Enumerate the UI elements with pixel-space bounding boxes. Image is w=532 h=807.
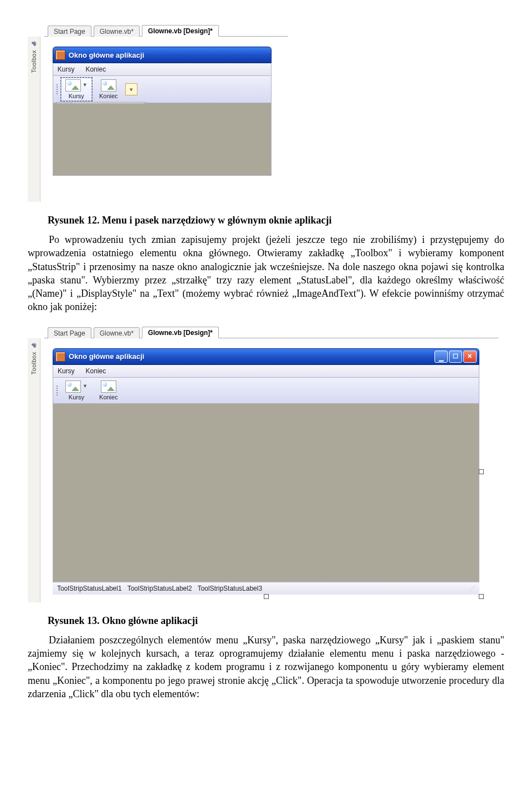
- minimize-button[interactable]: ▁: [434, 351, 448, 363]
- close-icon: ✕: [467, 353, 472, 360]
- tool-btn-kursy[interactable]: ▼ Kursy: [61, 78, 92, 101]
- menu-item-kursy[interactable]: Kursy: [58, 65, 75, 73]
- toolbox-label: Toolbox: [30, 50, 37, 73]
- resize-handle-right[interactable]: [479, 469, 484, 474]
- tab-start-page[interactable]: Start Page: [48, 327, 91, 338]
- maximize-button[interactable]: ☐: [449, 351, 462, 363]
- toolbox-icon: [30, 40, 38, 48]
- toolbox-sidebar[interactable]: Toolbox: [28, 338, 40, 602]
- tool-btn-koniec[interactable]: Koniec: [93, 78, 124, 101]
- status-label-1[interactable]: ToolStripStatusLabel1: [57, 585, 122, 592]
- tab-source[interactable]: Glowne.vb*: [94, 26, 140, 37]
- size-grip-icon[interactable]: ⋰: [469, 585, 475, 591]
- form-window: Okno główne aplikacji Kursy Koniec ▼ Kur…: [53, 47, 272, 176]
- chevron-down-icon: ▼: [83, 383, 88, 389]
- image-icon: [65, 79, 81, 92]
- menu-item-koniec[interactable]: Koniec: [86, 367, 106, 375]
- form-window: Okno główne aplikacji ▁ ☐ ✕ Kursy Koniec: [53, 348, 479, 595]
- window-title: Okno główne aplikacji: [69, 51, 269, 59]
- figure-caption-12: Rysunek 12. Menu i pasek narzędziowy w g…: [48, 215, 504, 226]
- resize-handle-bottom[interactable]: [264, 594, 269, 599]
- toolbox-label: Toolbox: [30, 352, 37, 374]
- figure-caption-13: Rysunek 13. Okno główne aplikacji: [48, 615, 504, 627]
- image-icon: [65, 380, 81, 393]
- tool-label-koniec: Koniec: [99, 93, 118, 99]
- tab-strip: Start Page Glowne.vb* Glowne.vb [Design]…: [44, 24, 288, 37]
- toolbox-sidebar[interactable]: Toolbox: [28, 37, 40, 202]
- status-label-2[interactable]: ToolStripStatusLabel2: [127, 585, 192, 592]
- app-icon: [55, 352, 65, 362]
- tab-source[interactable]: Glowne.vb*: [94, 327, 140, 338]
- title-bar[interactable]: Okno główne aplikacji ▁ ☐ ✕: [53, 348, 479, 365]
- tab-strip: Start Page Glowne.vb* Glowne.vb [Design]…: [44, 326, 499, 338]
- tab-design[interactable]: Glowne.vb [Design]*: [142, 25, 219, 37]
- tool-btn-kursy[interactable]: ▼ Kursy: [61, 379, 92, 402]
- close-button[interactable]: ✕: [463, 351, 477, 363]
- minimize-icon: ▁: [439, 354, 443, 362]
- client-area: [53, 404, 479, 582]
- status-label-3[interactable]: ToolStripStatusLabel3: [197, 585, 262, 592]
- status-strip: ToolStripStatusLabel1 ToolStripStatusLab…: [53, 582, 479, 595]
- tool-label-kursy: Kursy: [69, 93, 84, 99]
- toolstrip-grip[interactable]: [55, 380, 59, 401]
- menu-bar: Kursy Koniec: [53, 63, 272, 76]
- title-bar[interactable]: Okno główne aplikacji: [53, 47, 272, 63]
- tool-btn-koniec[interactable]: Koniec: [93, 379, 124, 402]
- tool-strip: ▼ Kursy Koniec ▾ Kurs 1 Kurs 2: [53, 76, 272, 103]
- maximize-icon: ☐: [453, 353, 458, 360]
- image-icon: [101, 79, 116, 92]
- add-dropdown-icon: ▾: [130, 86, 133, 93]
- app-icon: [55, 50, 65, 60]
- screenshot-2: Start Page Glowne.vb* Glowne.vb [Design]…: [28, 324, 499, 602]
- window-title: Okno główne aplikacji: [69, 352, 434, 361]
- tool-label-kursy: Kursy: [69, 394, 84, 400]
- image-icon: [101, 380, 116, 393]
- tool-add-button[interactable]: ▾: [125, 83, 137, 95]
- menu-bar: Kursy Koniec: [53, 365, 479, 378]
- paragraph-2: Działaniem poszczególnych elementów menu…: [28, 633, 504, 701]
- menu-item-kursy[interactable]: Kursy: [58, 367, 75, 375]
- paragraph-1: Po wprowadzeniu tych zmian zapisujemy pr…: [28, 233, 504, 314]
- tab-start-page[interactable]: Start Page: [48, 26, 91, 37]
- toolbox-icon: [30, 342, 38, 349]
- chevron-down-icon: ▼: [83, 82, 88, 88]
- tab-design[interactable]: Glowne.vb [Design]*: [142, 327, 219, 338]
- menu-item-koniec[interactable]: Koniec: [85, 65, 106, 73]
- resize-handle-corner[interactable]: [479, 594, 484, 599]
- toolstrip-grip[interactable]: [55, 79, 59, 100]
- tool-strip: ▼ Kursy Koniec: [53, 378, 479, 404]
- screenshot-1: Start Page Glowne.vb* Glowne.vb [Design]…: [28, 22, 288, 202]
- tool-label-koniec: Koniec: [99, 394, 118, 400]
